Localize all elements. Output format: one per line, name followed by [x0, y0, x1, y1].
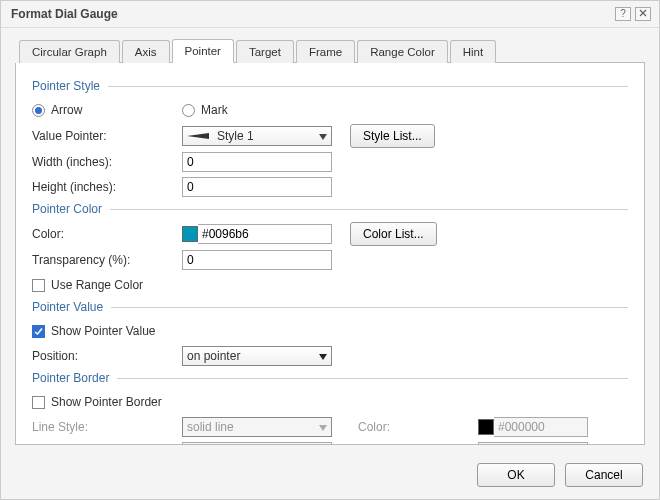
section-pointer-value-label: Pointer Value: [32, 300, 103, 314]
row-pointer-type: Arrow Mark: [32, 99, 628, 121]
color-field: [182, 224, 332, 244]
row-value-pointer: Value Pointer: Style 1 Style List...: [32, 124, 628, 148]
row-color: Color: Color List...: [32, 222, 628, 246]
show-pointer-border-checkbox[interactable]: Show Pointer Border: [32, 395, 162, 409]
cancel-button[interactable]: Cancel: [565, 463, 643, 487]
tab-range-color[interactable]: Range Color: [357, 40, 448, 63]
section-pointer-value: Pointer Value: [32, 300, 628, 314]
window-buttons: ?: [615, 7, 651, 21]
divider: [110, 209, 628, 210]
use-range-color-checkbox[interactable]: Use Range Color: [32, 278, 143, 292]
transparency-label: Transparency (%):: [32, 253, 182, 267]
dialog-footer: OK Cancel: [1, 453, 659, 499]
tab-hint[interactable]: Hint: [450, 40, 496, 63]
tab-target[interactable]: Target: [236, 40, 294, 63]
row-position: Position: on pointer: [32, 345, 628, 367]
show-pointer-value-label: Show Pointer Value: [51, 324, 156, 338]
chevron-down-icon: [319, 349, 327, 363]
radio-mark-label: Mark: [201, 103, 228, 117]
close-icon: [639, 9, 647, 17]
position-label: Position:: [32, 349, 182, 363]
pointer-style-preview-icon: [187, 132, 213, 140]
line-style-selected: solid line: [187, 420, 234, 434]
border-color-hex-input: [494, 417, 588, 437]
section-pointer-style: Pointer Style: [32, 79, 628, 93]
tab-axis[interactable]: Axis: [122, 40, 170, 63]
divider: [111, 307, 628, 308]
height-label: Height (inches):: [32, 180, 182, 194]
tab-panel-pointer: Pointer Style Arrow Mark Value Pointer:: [15, 63, 645, 445]
style-list-button[interactable]: Style List...: [350, 124, 435, 148]
radio-arrow[interactable]: Arrow: [32, 103, 182, 117]
row-use-range-color: Use Range Color: [32, 274, 628, 296]
tab-circular-graph[interactable]: Circular Graph: [19, 40, 120, 63]
use-range-color-label: Use Range Color: [51, 278, 143, 292]
value-pointer-selected: Style 1: [217, 129, 254, 143]
tab-frame[interactable]: Frame: [296, 40, 355, 63]
tab-pointer[interactable]: Pointer: [172, 39, 234, 63]
width-label: Width (inches):: [32, 155, 182, 169]
show-pointer-value-checkbox[interactable]: Show Pointer Value: [32, 324, 156, 338]
tabbar: Circular Graph Axis Pointer Target Frame…: [19, 38, 645, 63]
section-pointer-border: Pointer Border: [32, 371, 628, 385]
color-list-button[interactable]: Color List...: [350, 222, 437, 246]
divider: [117, 378, 628, 379]
line-style-select: solid line: [182, 417, 332, 437]
section-pointer-color-label: Pointer Color: [32, 202, 102, 216]
radio-mark-indicator: [182, 104, 195, 117]
border-color-field: [478, 417, 588, 437]
dialog-window: Format Dial Gauge ? Circular Graph Axis …: [0, 0, 660, 500]
border-thickness-input: [478, 442, 588, 445]
show-pointer-border-label: Show Pointer Border: [51, 395, 162, 409]
position-select[interactable]: on pointer: [182, 346, 332, 366]
border-transparency-input: [182, 442, 332, 445]
svg-marker-4: [319, 354, 327, 360]
titlebar: Format Dial Gauge ?: [1, 1, 659, 28]
value-pointer-select[interactable]: Style 1: [182, 126, 332, 146]
svg-marker-5: [319, 425, 327, 431]
value-pointer-label: Value Pointer:: [32, 129, 182, 143]
transparency-input[interactable]: [182, 250, 332, 270]
border-color-label: Color:: [358, 420, 478, 434]
section-pointer-color: Pointer Color: [32, 202, 628, 216]
position-selected: on pointer: [187, 349, 240, 363]
ok-button[interactable]: OK: [477, 463, 555, 487]
color-swatch[interactable]: [182, 226, 198, 242]
color-hex-input[interactable]: [198, 224, 332, 244]
border-color-swatch: [478, 419, 494, 435]
radio-arrow-label: Arrow: [51, 103, 82, 117]
dialog-title: Format Dial Gauge: [11, 7, 118, 21]
use-range-color-box: [32, 279, 45, 292]
line-style-label: Line Style:: [32, 420, 182, 434]
row-border-transparency: Transparency (%): Thickness (inches):: [32, 441, 628, 445]
chevron-down-icon: [319, 420, 327, 434]
row-line-style: Line Style: solid line Color:: [32, 416, 628, 438]
width-input[interactable]: [182, 152, 332, 172]
radio-mark[interactable]: Mark: [182, 103, 228, 117]
radio-arrow-indicator: [32, 104, 45, 117]
row-width: Width (inches):: [32, 151, 628, 173]
show-pointer-border-box: [32, 396, 45, 409]
svg-marker-2: [187, 133, 209, 139]
tabbar-wrap: Circular Graph Axis Pointer Target Frame…: [1, 28, 659, 63]
close-window-button[interactable]: [635, 7, 651, 21]
height-input[interactable]: [182, 177, 332, 197]
row-transparency: Transparency (%):: [32, 249, 628, 271]
svg-marker-3: [319, 134, 327, 140]
show-pointer-value-box: [32, 325, 45, 338]
section-pointer-border-label: Pointer Border: [32, 371, 109, 385]
chevron-down-icon: [319, 129, 327, 143]
divider: [108, 86, 628, 87]
row-height: Height (inches):: [32, 176, 628, 198]
color-label: Color:: [32, 227, 182, 241]
row-show-pointer-value: Show Pointer Value: [32, 320, 628, 342]
section-pointer-style-label: Pointer Style: [32, 79, 100, 93]
help-window-button[interactable]: ?: [615, 7, 631, 21]
row-show-pointer-border: Show Pointer Border: [32, 391, 628, 413]
